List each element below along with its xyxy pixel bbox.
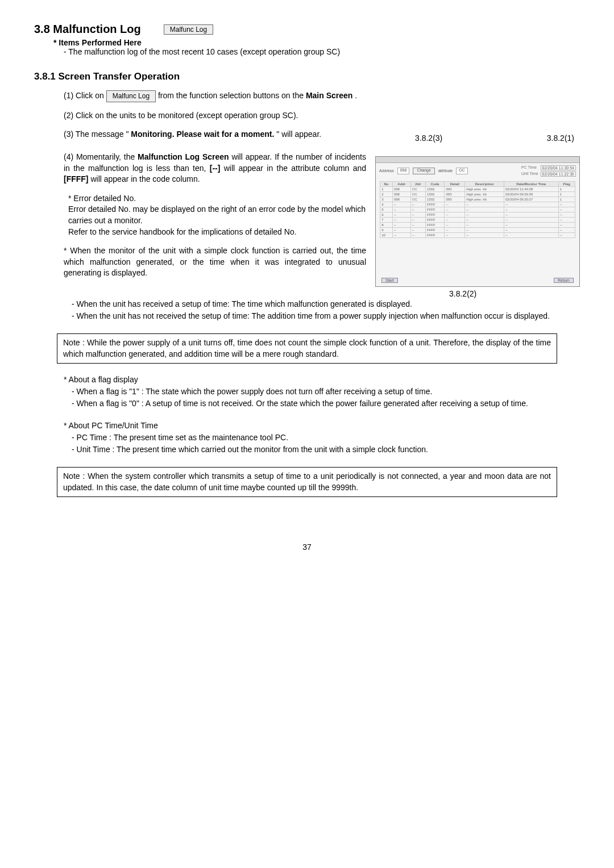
subsection-heading: 3.8.1 Screen Transfer Operation [34,71,580,82]
step-1-suffix-b: . [355,91,357,100]
table-cell: -- [392,202,410,207]
table-row: 3098OC1302000High pres. trb02/20/04 09:2… [380,197,575,202]
attribute-label: attribute [438,169,453,173]
table-row: 8----FFFF-------- [380,222,575,227]
screenshot-panel: 3.8.2(3) 3.8.2(1) Address 098 Change att… [375,144,580,287]
callout-2-label: 3.8.2(2) [449,289,476,298]
table-cell: -- [465,202,504,207]
table-cell: 000 [445,197,465,202]
note-box-2: Note : When the system controller which … [57,467,557,497]
table-cell: -- [465,227,504,232]
table-cell: -- [410,217,425,222]
table-cell: 4 [380,202,393,207]
table-cell: -- [445,212,465,217]
step-1: (1) Click on Malfunc Log from the functi… [64,90,580,102]
table-header: Flag [558,181,575,186]
step-1-prefix: (1) Click on [64,91,106,100]
time-bullet-2: - When the unit has not received the set… [72,310,580,322]
table-cell: High pres. trb [465,197,504,202]
table-cell: 1 [380,186,393,191]
pc-time-desc: - PC Time : The present time set as the … [72,432,580,444]
step-4: (4) Momentarily, the Malfunction Log Scr… [64,152,366,185]
time-title: * About PC Time/Unit Time [64,420,580,432]
error-detailed-title: * Error detailed No. [68,193,366,205]
table-cell: FFFF [425,202,444,207]
table-cell: High pres. trb [465,191,504,197]
table-cell: -- [410,207,425,212]
step-3: (3) The message " Monitoring. Please wai… [64,129,580,140]
flag-0: - When a flag is "0" : A setup of time i… [72,398,580,410]
malfunc-log-button-inline[interactable]: Malfunc Log [106,90,156,102]
table-header: Attr [410,181,425,186]
table-cell: -- [445,227,465,232]
table-cell: FFFF [425,212,444,217]
table-cell: High pres. trb [465,186,504,191]
table-cell: -- [445,222,465,227]
step-4-d: will appear in the attribute column and [224,164,366,173]
table-cell: -- [465,232,504,237]
table-cell: 5 [380,207,393,212]
table-cell: FFFF [425,227,444,232]
table-cell: FFFF [425,222,444,227]
table-header: Code [425,181,444,186]
error-detailed-body: Error detailed No. may be displayed on t… [68,204,366,237]
step-3-b: " will appear. [276,130,321,139]
table-cell: -- [410,222,425,227]
step-2: (2) Click on the units to be monitored (… [64,110,580,122]
return-button[interactable]: Return [554,278,574,283]
table-header: No [380,181,393,186]
table-cell: -- [465,222,504,227]
table-cell: -- [504,232,558,237]
table-row: 4----FFFF-------- [380,202,575,207]
table-cell: 1302 [425,197,444,202]
pc-time-label: PC Time [521,165,538,170]
table-cell: -- [392,232,410,237]
table-row: 7----FFFF-------- [380,217,575,222]
table-cell: -- [392,222,410,227]
table-cell: -- [410,232,425,237]
table-cell: 02/20/04 11:44:08 [504,186,558,191]
time-bullet-1: - When the unit has received a setup of … [72,298,580,310]
table-row: 9----FFFF-------- [380,227,575,232]
table-cell: 7 [380,217,393,222]
table-row: 2098OC1302000High pres. trb02/20/04 09:5… [380,191,575,197]
table-cell: 10 [380,232,393,237]
callout-3-label: 3.8.2(3) [415,133,442,143]
table-cell: -- [558,212,575,217]
table-row: 10----FFFF-------- [380,232,575,237]
table-cell: FFFF [425,232,444,237]
address-label: Address [379,169,394,173]
table-cell: 098 [392,191,410,197]
malfunc-log-button[interactable]: Malfunc Log [164,24,213,35]
step-1-suffix-a: from the function selection buttons on t… [158,91,306,100]
table-cell: 1302 [425,191,444,197]
start-button[interactable]: Start [381,278,398,283]
address-input[interactable]: 098 [397,168,410,174]
table-cell: -- [558,222,575,227]
table-cell: 098 [392,186,410,191]
step-4-a: (4) Momentarily, the [64,152,138,161]
unit-time-label: Unit Time [521,172,538,177]
table-cell: -- [392,212,410,217]
table-cell: 2 [380,191,393,197]
table-cell: FFFF [425,207,444,212]
table-cell: 000 [445,191,465,197]
table-cell: -- [558,202,575,207]
main-screen-label: Main Screen [306,91,352,100]
section-heading: 3.8 Malfunction Log [34,23,141,36]
malfunction-log-screenshot: Address 098 Change attribute OC PC Time … [375,156,580,287]
table-cell: -- [504,202,558,207]
table-row: 5----FFFF-------- [380,207,575,212]
step-3-a: (3) The message " [64,130,128,139]
table-row: 6----FFFF-------- [380,212,575,217]
change-button[interactable]: Change [413,168,435,174]
table-header: Addr [392,181,410,186]
table-cell: -- [465,217,504,222]
table-cell: 1 [558,197,575,202]
table-cell: 1 [558,191,575,197]
table-cell: 1 [558,186,575,191]
table-cell: 6 [380,212,393,217]
table-cell: OC [410,197,425,202]
table-cell: OC [410,191,425,197]
flag-title: * About a flag display [64,374,580,386]
